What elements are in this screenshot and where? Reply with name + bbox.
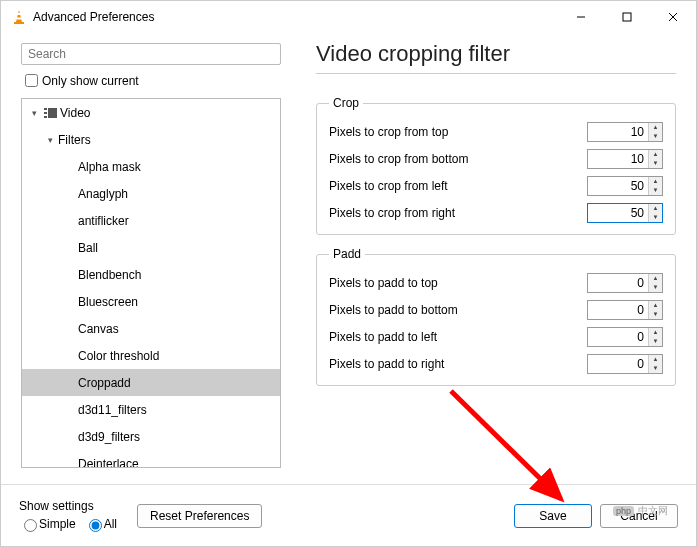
- tree-item-label: Croppadd: [78, 376, 131, 390]
- tree-item-label: d3d9_filters: [78, 430, 140, 444]
- reset-preferences-button[interactable]: Reset Preferences: [137, 504, 262, 528]
- search-input[interactable]: [21, 43, 281, 65]
- tree-item-label: d3d11_filters: [78, 403, 147, 417]
- stepper-up-icon[interactable]: ▲: [649, 177, 662, 186]
- stepper-up-icon[interactable]: ▲: [649, 301, 662, 310]
- spinbox[interactable]: ▲▼: [587, 273, 663, 293]
- radio-all[interactable]: All: [84, 516, 117, 532]
- spinbox-input[interactable]: [588, 177, 648, 195]
- spinbox-steppers[interactable]: ▲▼: [648, 123, 662, 141]
- stepper-up-icon[interactable]: ▲: [649, 274, 662, 283]
- spinbox-input[interactable]: [588, 150, 648, 168]
- spinbox[interactable]: ▲▼: [587, 203, 663, 223]
- tree-item[interactable]: d3d11_filters: [22, 396, 280, 423]
- field-label: Pixels to crop from top: [329, 125, 587, 139]
- spinbox[interactable]: ▲▼: [587, 354, 663, 374]
- svg-rect-8: [48, 108, 57, 118]
- tree-item-label: Ball: [78, 241, 98, 255]
- stepper-down-icon[interactable]: ▼: [649, 213, 662, 222]
- stepper-down-icon[interactable]: ▼: [649, 186, 662, 195]
- stepper-up-icon[interactable]: ▲: [649, 355, 662, 364]
- window-controls: [558, 1, 696, 33]
- field-row: Pixels to padd to right▲▼: [329, 350, 663, 377]
- svg-marker-0: [16, 10, 22, 22]
- spinbox-steppers[interactable]: ▲▼: [648, 177, 662, 195]
- tree-item-label: antiflicker: [78, 214, 129, 228]
- stepper-up-icon[interactable]: ▲: [649, 204, 662, 213]
- spinbox-input[interactable]: [588, 204, 648, 222]
- spinbox-steppers[interactable]: ▲▼: [648, 204, 662, 222]
- spinbox[interactable]: ▲▼: [587, 327, 663, 347]
- only-show-current-checkbox[interactable]: Only show current: [21, 71, 291, 90]
- field-label: Pixels to crop from right: [329, 206, 587, 220]
- tree-item[interactable]: Croppadd: [22, 369, 280, 396]
- spinbox[interactable]: ▲▼: [587, 149, 663, 169]
- field-label: Pixels to crop from left: [329, 179, 587, 193]
- show-settings-label: Show settings: [19, 499, 123, 513]
- spinbox-steppers[interactable]: ▲▼: [648, 355, 662, 373]
- spinbox-input[interactable]: [588, 301, 648, 319]
- chevron-down-icon: ▾: [42, 135, 58, 145]
- show-settings: Show settings Simple All: [19, 499, 123, 532]
- tree-item[interactable]: Canvas: [22, 315, 280, 342]
- save-button[interactable]: Save: [514, 504, 592, 528]
- tree-node-filters[interactable]: ▾ Filters: [22, 126, 280, 153]
- crop-group: Crop Pixels to crop from top▲▼Pixels to …: [316, 96, 676, 235]
- field-label: Pixels to padd to bottom: [329, 303, 587, 317]
- stepper-up-icon[interactable]: ▲: [649, 328, 662, 337]
- tree-item[interactable]: d3d9_filters: [22, 423, 280, 450]
- tree-item[interactable]: Blendbench: [22, 261, 280, 288]
- tree-node-label: Filters: [58, 133, 91, 147]
- minimize-button[interactable]: [558, 1, 604, 33]
- spinbox-input[interactable]: [588, 355, 648, 373]
- tree-node-video[interactable]: ▾ Video: [22, 99, 280, 126]
- svg-rect-11: [44, 116, 47, 118]
- tree-item-label: Bluescreen: [78, 295, 138, 309]
- stepper-down-icon[interactable]: ▼: [649, 283, 662, 292]
- stepper-down-icon[interactable]: ▼: [649, 364, 662, 373]
- spinbox-steppers[interactable]: ▲▼: [648, 301, 662, 319]
- spinbox[interactable]: ▲▼: [587, 122, 663, 142]
- padd-legend: Padd: [329, 247, 365, 261]
- spinbox[interactable]: ▲▼: [587, 176, 663, 196]
- stepper-up-icon[interactable]: ▲: [649, 150, 662, 159]
- page-title: Video cropping filter: [316, 41, 676, 74]
- stepper-down-icon[interactable]: ▼: [649, 132, 662, 141]
- preferences-tree[interactable]: ▾ Video ▾ Filters Alpha maskAnaglyphanti…: [21, 98, 281, 468]
- stepper-up-icon[interactable]: ▲: [649, 123, 662, 132]
- svg-rect-3: [16, 18, 22, 20]
- spinbox-input[interactable]: [588, 123, 648, 141]
- spinbox-input[interactable]: [588, 328, 648, 346]
- chevron-down-icon: ▾: [26, 108, 42, 118]
- sidebar: Only show current ▾ Video ▾ Filters Alph…: [21, 43, 291, 475]
- field-row: Pixels to padd to top▲▼: [329, 269, 663, 296]
- tree-item[interactable]: Ball: [22, 234, 280, 261]
- tree-item[interactable]: Deinterlace: [22, 450, 280, 468]
- close-button[interactable]: [650, 1, 696, 33]
- tree-item[interactable]: Alpha mask: [22, 153, 280, 180]
- stepper-down-icon[interactable]: ▼: [649, 159, 662, 168]
- only-show-current-input[interactable]: [25, 74, 38, 87]
- stepper-down-icon[interactable]: ▼: [649, 310, 662, 319]
- tree-item[interactable]: antiflicker: [22, 207, 280, 234]
- field-label: Pixels to padd to top: [329, 276, 587, 290]
- tree-item[interactable]: Color threshold: [22, 342, 280, 369]
- spinbox-steppers[interactable]: ▲▼: [648, 150, 662, 168]
- svg-rect-5: [623, 13, 631, 21]
- tree-item-label: Color threshold: [78, 349, 159, 363]
- tree-node-label: Video: [60, 106, 90, 120]
- radio-simple[interactable]: Simple: [19, 516, 76, 532]
- spinbox-steppers[interactable]: ▲▼: [648, 328, 662, 346]
- footer: Show settings Simple All Reset Preferenc…: [1, 484, 696, 546]
- spinbox-input[interactable]: [588, 274, 648, 292]
- spinbox[interactable]: ▲▼: [587, 300, 663, 320]
- maximize-button[interactable]: [604, 1, 650, 33]
- spinbox-steppers[interactable]: ▲▼: [648, 274, 662, 292]
- svg-rect-1: [14, 22, 24, 24]
- tree-item-label: Canvas: [78, 322, 119, 336]
- svg-rect-2: [17, 13, 21, 15]
- tree-item[interactable]: Bluescreen: [22, 288, 280, 315]
- stepper-down-icon[interactable]: ▼: [649, 337, 662, 346]
- field-label: Pixels to crop from bottom: [329, 152, 587, 166]
- tree-item[interactable]: Anaglyph: [22, 180, 280, 207]
